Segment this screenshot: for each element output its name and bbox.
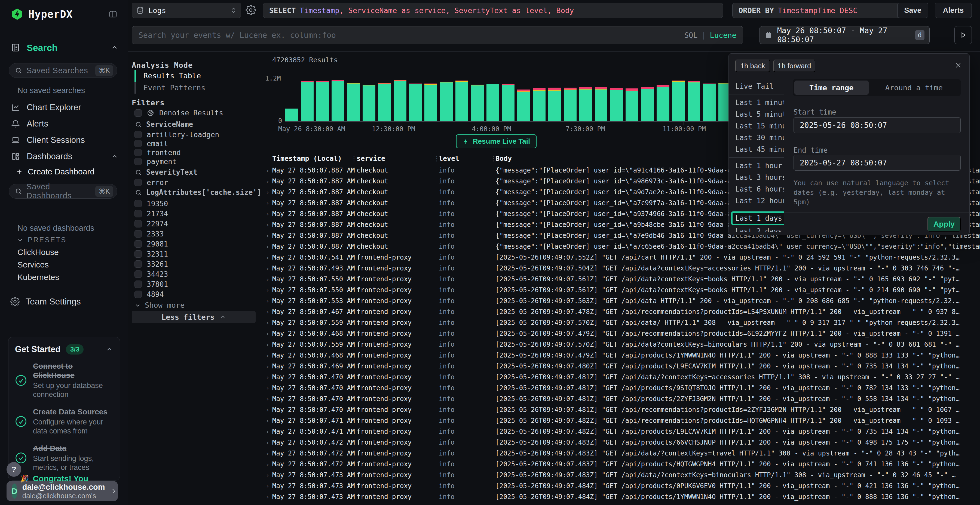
log-row[interactable]: › May 27 8:50:07.472 AM frontend-proxy i… <box>263 459 980 470</box>
chevron-up-icon[interactable] <box>111 152 118 160</box>
denoise-results-row[interactable]: Denoise Results <box>134 108 223 118</box>
expand-row-icon[interactable]: › <box>263 308 272 315</box>
chart-bar[interactable] <box>548 87 561 121</box>
time-option[interactable]: Last 1 minute <box>729 97 784 108</box>
chart-bar[interactable] <box>533 88 546 121</box>
filter-option[interactable]: 32311 <box>134 249 168 259</box>
sidebar-item-team-settings[interactable]: Team Settings <box>10 297 81 306</box>
sidebar-item-chart-explorer[interactable]: Chart Explorer <box>11 101 118 114</box>
log-row[interactable]: › May 27 8:50:07.468 AM frontend-proxy i… <box>263 350 980 361</box>
source-select[interactable]: Logs <box>132 3 241 18</box>
chart-bar[interactable] <box>425 84 437 121</box>
preset-dashboard-link[interactable]: Services <box>18 259 59 271</box>
filter-checkbox[interactable] <box>134 179 142 186</box>
filter-option[interactable]: 34423 <box>134 269 168 279</box>
save-button[interactable]: Save <box>897 3 928 18</box>
alerts-button[interactable]: Alerts <box>935 3 972 18</box>
chart-bar[interactable] <box>471 85 484 121</box>
time-option[interactable]: Last 2 days <box>729 225 784 232</box>
filter-checkbox[interactable] <box>134 281 142 288</box>
expand-row-icon[interactable]: › <box>263 221 272 228</box>
time-option[interactable]: Last 1 days <box>729 211 784 225</box>
select-clause-input[interactable]: SELECT Timestamp , ServiceName as servic… <box>263 3 723 18</box>
saved-dashboards-input[interactable]: Saved Dashboards ⌘K <box>9 184 117 199</box>
col-header-timestamp[interactable]: Timestamp (Local) <box>272 154 342 162</box>
chart-bar[interactable] <box>672 81 685 121</box>
chart-bar[interactable] <box>455 81 468 121</box>
one-hour-forward-button[interactable]: 1h forward <box>773 60 815 72</box>
log-row[interactable]: › May 27 8:50:07.470 AM frontend-proxy i… <box>263 383 980 394</box>
log-row[interactable]: › May 27 8:50:07.473 AM frontend-proxy i… <box>263 470 980 481</box>
less-filters-button[interactable]: Less filters <box>132 311 256 323</box>
filter-option[interactable]: 2333 <box>134 229 168 239</box>
time-option[interactable]: Last 1 hour <box>729 160 784 172</box>
log-row[interactable]: › May 27 8:50:07.550 AM frontend-proxy i… <box>263 274 980 284</box>
log-row[interactable]: › May 27 8:50:07.470 AM frontend-proxy i… <box>263 404 980 415</box>
chart-bar[interactable] <box>610 88 623 121</box>
expand-row-icon[interactable]: › <box>263 450 272 457</box>
chart-bar[interactable] <box>378 83 391 121</box>
expand-row-icon[interactable]: › <box>263 483 272 489</box>
time-option[interactable]: Last 6 hours <box>729 183 784 195</box>
chart-bar[interactable] <box>641 87 654 121</box>
time-option[interactable]: Last 15 minutes <box>729 120 784 132</box>
expand-row-icon[interactable]: › <box>263 287 272 294</box>
filter-group-servicename[interactable]: ServiceName <box>135 120 193 129</box>
chart-bar[interactable] <box>440 82 453 121</box>
log-row[interactable]: › May 27 8:50:07.470 AM frontend-proxy i… <box>263 394 980 404</box>
filter-checkbox[interactable] <box>134 140 142 147</box>
denoise-checkbox[interactable] <box>134 110 142 117</box>
filter-checkbox[interactable] <box>134 270 142 278</box>
chart-bar[interactable] <box>394 80 406 121</box>
expand-row-icon[interactable]: › <box>263 167 272 174</box>
expand-row-icon[interactable]: › <box>263 395 272 402</box>
filter-option[interactable]: error <box>134 178 168 187</box>
filter-option[interactable]: 33261 <box>134 259 168 269</box>
expand-row-icon[interactable]: › <box>263 276 272 283</box>
log-row[interactable]: › May 27 8:50:07.472 AM frontend-proxy i… <box>263 448 980 459</box>
orderby-input[interactable]: ORDER BY TimestampTime DESC <box>732 3 899 18</box>
filter-checkbox[interactable] <box>134 240 142 248</box>
filter-checkbox[interactable] <box>134 158 142 165</box>
sidebar-item-alerts[interactable]: Alerts <box>11 118 118 130</box>
expand-row-icon[interactable]: › <box>263 330 272 337</box>
chart-bar[interactable] <box>564 87 577 121</box>
filter-checkbox[interactable] <box>134 210 142 218</box>
filter-option[interactable]: email <box>134 139 219 148</box>
log-row[interactable]: › May 27 8:50:07.550 AM frontend-proxy i… <box>263 284 980 295</box>
analysis-mode-option[interactable]: Event Patterns <box>134 82 205 94</box>
help-button[interactable]: ? <box>6 462 21 477</box>
filter-option[interactable]: 22974 <box>134 219 168 229</box>
expand-row-icon[interactable]: › <box>263 494 272 500</box>
log-row[interactable]: › May 27 8:50:07.467 AM frontend-proxy i… <box>263 306 980 317</box>
expand-row-icon[interactable]: › <box>263 428 272 435</box>
expand-row-icon[interactable]: › <box>263 189 272 195</box>
log-row[interactable]: › May 27 8:50:07.469 AM frontend-proxy i… <box>263 361 980 372</box>
saved-searches-input[interactable]: Saved Searches ⌘K <box>9 63 117 78</box>
expand-row-icon[interactable]: › <box>263 243 272 250</box>
expand-row-icon[interactable]: › <box>263 352 272 359</box>
end-time-input[interactable]: 2025-05-27 08:50:07 <box>794 155 961 171</box>
log-row[interactable]: › May 27 8:50:07.470 AM frontend-proxy i… <box>263 372 980 383</box>
expand-row-icon[interactable]: › <box>263 232 272 239</box>
expand-row-icon[interactable]: › <box>263 319 272 326</box>
filter-option[interactable]: artillery-loadgen <box>134 130 219 139</box>
start-time-input[interactable]: 2025-05-26 08:50:07 <box>794 117 961 133</box>
filter-option[interactable]: 19350 <box>134 199 168 209</box>
expand-row-icon[interactable]: › <box>263 178 272 185</box>
expand-row-icon[interactable]: › <box>263 254 272 261</box>
filter-checkbox[interactable] <box>134 131 142 138</box>
chart-bar[interactable] <box>502 84 515 121</box>
log-row[interactable]: › May 27 8:50:07.471 AM frontend-proxy i… <box>263 415 980 426</box>
expand-row-icon[interactable]: › <box>263 211 272 218</box>
col-header-body[interactable]: Body <box>495 154 512 162</box>
close-icon[interactable] <box>954 61 962 69</box>
log-row[interactable]: › May 27 8:50:07.493 AM frontend-proxy i… <box>263 263 980 274</box>
chart-bar[interactable] <box>687 81 700 121</box>
chart-bar[interactable] <box>285 108 298 121</box>
presets-section-toggle[interactable]: PRESETS <box>17 236 67 244</box>
col-header-level[interactable]: level <box>439 154 459 162</box>
show-more-toggle[interactable]: Show more <box>134 301 185 310</box>
tab-around-a-time[interactable]: Around a time <box>869 81 959 95</box>
filter-option[interactable]: 4894 <box>134 289 168 299</box>
